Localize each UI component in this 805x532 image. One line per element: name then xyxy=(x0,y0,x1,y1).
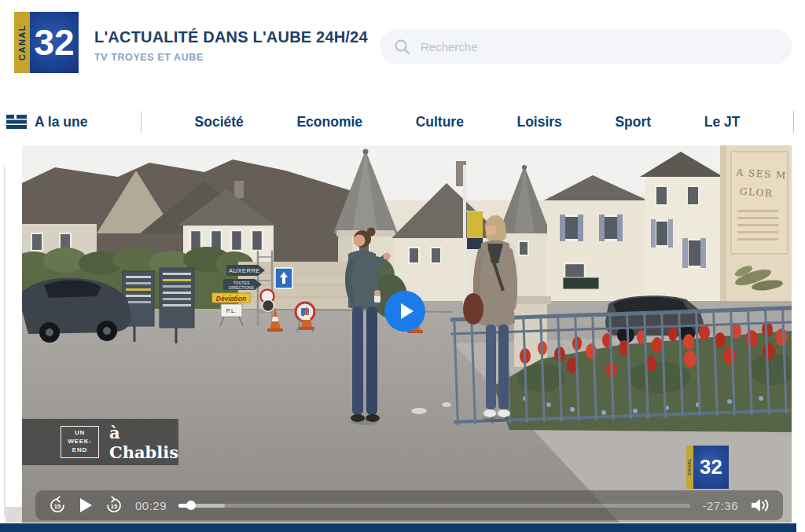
caption-title: à Chablis xyxy=(109,423,178,462)
watermark-number: 32 xyxy=(693,446,729,489)
video-player[interactable]: A SES M GLOR xyxy=(22,145,792,523)
sign-directions: DIRECTIONS xyxy=(229,285,255,290)
skip-back-15-icon: 15 xyxy=(48,496,67,515)
nav-item-sport[interactable]: Sport xyxy=(615,114,651,130)
previous-slide-sliver xyxy=(6,507,22,523)
nav-item-le-jt[interactable]: Le JT xyxy=(704,114,741,130)
progress-track[interactable] xyxy=(178,504,690,508)
skip-forward-15-icon: 15 xyxy=(105,496,123,515)
caption-kicker: UN WEEK-END xyxy=(61,426,99,457)
play-icon xyxy=(401,303,414,319)
memorial: A SES M GLOR xyxy=(720,145,792,315)
nav-item-economie[interactable]: Economie xyxy=(296,114,362,130)
svg-text:15: 15 xyxy=(54,503,61,510)
nav-item-societe[interactable]: Société xyxy=(195,114,244,130)
site-header: CANAL 32 L'ACTUALITÉ DANS L'AUBE 24H/24 … xyxy=(0,0,805,90)
nav-label: Economie xyxy=(296,114,362,130)
video-caption: UN WEEK-END à Chablis xyxy=(22,419,178,465)
progress-thumb[interactable] xyxy=(186,501,196,510)
headlines-grid-icon xyxy=(6,115,27,129)
search-bar[interactable] xyxy=(380,29,792,64)
caption-kicker-line2: WEEK-END xyxy=(68,438,92,455)
volume-button[interactable] xyxy=(750,497,770,513)
nav-label: A la une xyxy=(35,114,87,130)
bottom-navy-bar xyxy=(0,523,796,532)
carousel-edge-line xyxy=(4,167,6,517)
sign-pl: P.L. xyxy=(226,307,236,314)
video-controls: 15 15 00:29 -27:36 xyxy=(35,490,783,520)
nav-separator xyxy=(141,111,142,133)
search-icon xyxy=(394,39,411,56)
play-overlay-button[interactable] xyxy=(384,291,425,332)
play-button[interactable] xyxy=(79,497,93,513)
canal32-homepage: CANAL 32 L'ACTUALITÉ DANS L'AUBE 24H/24 … xyxy=(0,0,805,532)
page-title: L'ACTUALITÉ DANS L'AUBE 24H/24 xyxy=(94,28,368,46)
caption-kicker-line1: UN xyxy=(68,429,92,438)
nav-label: Société xyxy=(195,114,244,130)
play-icon xyxy=(79,497,93,513)
nav-item-loisirs[interactable]: Loisirs xyxy=(516,114,561,130)
svg-text:15: 15 xyxy=(111,503,117,510)
skip-back-button[interactable]: 15 xyxy=(48,496,67,515)
nav-item-culture[interactable]: Culture xyxy=(416,114,464,130)
logo-number: 32 xyxy=(30,12,79,73)
sign-auxerre: AUXERRE xyxy=(229,267,260,274)
nav-label: Le JT xyxy=(704,114,741,130)
remaining-time: -27:36 xyxy=(702,499,738,512)
search-input[interactable] xyxy=(421,40,778,53)
nav-label: Sport xyxy=(615,114,651,130)
sign-deviation: Déviation xyxy=(216,295,246,303)
volume-icon xyxy=(750,497,770,513)
canal32-watermark: CANAL 32 xyxy=(686,446,729,489)
logo-canal-text: CANAL xyxy=(14,12,30,73)
skip-forward-button[interactable]: 15 xyxy=(105,496,123,515)
nav-separator xyxy=(793,111,794,133)
nav-item-a-la-une[interactable]: A la une xyxy=(6,114,87,130)
site-titles: L'ACTUALITÉ DANS L'AUBE 24H/24 TV TROYES… xyxy=(94,28,368,63)
nav-label: Loisirs xyxy=(516,114,561,130)
page-subtitle: TV TROYES ET AUBE xyxy=(94,52,368,63)
memorial-text-line2: GLOR xyxy=(740,186,774,200)
nav-label: Culture xyxy=(416,114,464,130)
current-time: 00:29 xyxy=(135,499,167,512)
watermark-canal-text: CANAL xyxy=(686,446,693,489)
main-nav: A la une Société Economie Culture Loisir… xyxy=(6,102,794,141)
video-scene: A SES M GLOR xyxy=(22,145,792,523)
canal32-logo[interactable]: CANAL 32 xyxy=(14,12,79,73)
